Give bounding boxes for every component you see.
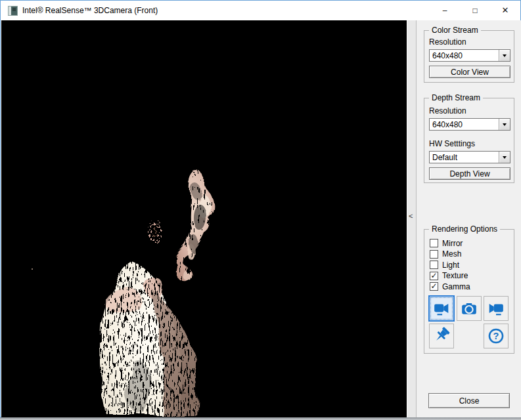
texture-label: Texture [442,271,468,280]
render-option-row[interactable]: Light [430,261,470,269]
snapshot-button[interactable] [457,296,482,321]
photo-camera-icon [461,300,478,317]
color-resolution-select[interactable]: 640x480 [429,49,510,62]
mirror-checkbox[interactable] [430,239,438,247]
depth-resolution-value: 640x480 [430,120,499,129]
chevron-down-icon [503,156,507,159]
point-cloud-render [1,20,407,417]
mirror-label: Mirror [442,239,463,248]
help-button[interactable]: ? [484,324,509,348]
render-options-list: Mirror Mesh Light Texture [430,239,470,293]
texture-checkbox[interactable] [430,272,438,280]
hw-settings-label: HW Setttings [429,139,475,148]
hw-settings-value: Default [430,153,499,162]
title-bar: Intel® RealSense™ 3DCamera (Front) – □ ✕ [1,1,520,20]
video-camera-icon [433,300,450,317]
3d-viewport[interactable] [1,20,407,417]
color-stream-group: Color Stream Resolution 640x480 Color Vi… [424,30,514,83]
screen: Intel® RealSense™ 3DCamera (Front) – □ ✕ [0,0,521,420]
desktop-edge [0,417,521,420]
chevron-down-icon [503,54,507,57]
color-resolution-label: Resolution [429,37,466,47]
pin-button[interactable] [429,324,454,348]
render-option-row[interactable]: Texture [430,272,470,280]
control-panel: Color Stream Resolution 640x480 Color Vi… [417,20,521,417]
render-option-row[interactable]: Mesh [430,250,470,259]
color-stream-group-title: Color Stream [429,26,481,35]
rendering-options-group: Rendering Options Mirror Mesh Light [424,229,514,354]
help-icon: ? [487,327,505,345]
hw-settings-select[interactable]: Default [429,151,510,163]
app-icon [8,6,18,16]
depth-stream-group-title: Depth Stream [429,93,483,102]
render-option-row[interactable]: Gamma [430,282,470,291]
gamma-checkbox[interactable] [430,282,438,291]
gamma-label: Gamma [442,282,470,291]
minimize-button[interactable]: – [430,1,460,20]
video-camera-mirrored-icon [487,300,505,317]
depth-view-camera-button[interactable] [484,296,509,321]
depth-resolution-dropdown-button[interactable] [499,119,510,130]
color-resolution-dropdown-button[interactable] [499,50,510,61]
pin-icon [432,327,451,345]
chevron-down-icon [503,123,507,126]
window-title: Intel® RealSense™ 3DCamera (Front) [22,1,158,20]
color-view-button[interactable]: Color View [429,66,510,78]
depth-resolution-select[interactable]: 640x480 [429,118,510,131]
color-resolution-value: 640x480 [430,51,499,60]
light-checkbox[interactable] [430,261,438,269]
svg-text:?: ? [493,331,499,341]
mesh-label: Mesh [442,249,461,259]
render-option-row[interactable]: Mirror [430,239,470,247]
panel-splitter[interactable]: < [407,20,417,417]
light-label: Light [442,261,459,270]
app-window: Intel® RealSense™ 3DCamera (Front) – □ ✕ [0,0,521,417]
color-view-camera-button[interactable] [428,295,455,322]
mesh-checkbox[interactable] [430,250,438,259]
depth-resolution-label: Resolution [429,106,466,116]
maximize-button[interactable]: □ [460,1,490,20]
rendering-options-group-title: Rendering Options [429,224,500,234]
depth-view-button[interactable]: Depth View [429,167,510,180]
close-button[interactable]: Close [428,393,510,408]
close-window-button[interactable]: ✕ [490,1,520,20]
hw-settings-dropdown-button[interactable] [499,152,510,163]
collapse-panel-arrow[interactable]: < [409,212,413,220]
depth-stream-group: Depth Stream Resolution 640x480 HW Settt… [424,98,514,183]
